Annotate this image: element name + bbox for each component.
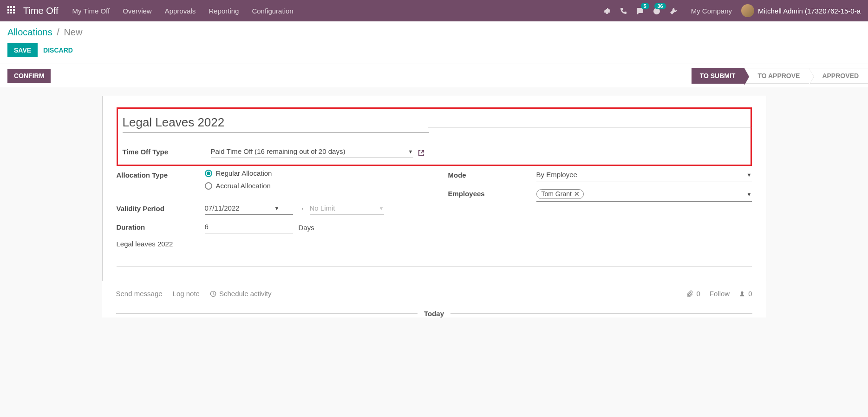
confirm-button[interactable]: Confirm: [7, 69, 51, 83]
label-allocation-type: Allocation Type: [117, 169, 205, 179]
employee-tag: Tom Grant ✕: [536, 189, 584, 199]
top-navbar: Time Off My Time Off Overview Approvals …: [0, 0, 868, 21]
highlight-box: Time Off Type Paid Time Off (16 remainin…: [117, 107, 752, 166]
messages-icon[interactable]: 5: [636, 7, 644, 15]
remove-tag-icon[interactable]: ✕: [574, 190, 580, 198]
debug-icon[interactable]: [603, 7, 611, 15]
attachments-button[interactable]: 0: [687, 290, 700, 298]
user-avatar[interactable]: [741, 4, 754, 17]
activities-icon[interactable]: 36: [653, 7, 660, 15]
nav-configuration[interactable]: Configuration: [252, 7, 293, 15]
status-bar: Confirm To Submit To Approve Approved: [0, 64, 868, 87]
caret-down-icon[interactable]: ▼: [747, 192, 752, 197]
activities-badge: 36: [654, 3, 666, 9]
log-note-button[interactable]: Log note: [173, 290, 200, 298]
discard-button[interactable]: Discard: [43, 43, 73, 57]
nav-overview[interactable]: Overview: [123, 7, 152, 15]
radio-accrual-allocation[interactable]: Accrual Allocation: [205, 182, 420, 190]
followers-button[interactable]: 0: [739, 290, 752, 298]
nav-approvals[interactable]: Approvals: [165, 7, 196, 15]
nav-my-time-off[interactable]: My Time Off: [72, 7, 110, 15]
caret-down-icon[interactable]: ▼: [274, 205, 280, 211]
status-to-approve[interactable]: To Approve: [744, 68, 809, 84]
employees-tag-input[interactable]: Tom Grant ✕ ▼: [536, 188, 752, 202]
follow-button[interactable]: Follow: [710, 290, 730, 298]
radio-regular-allocation[interactable]: Regular Allocation: [205, 169, 420, 177]
breadcrumb-parent[interactable]: Allocations: [7, 27, 52, 37]
caret-down-icon: ▼: [747, 172, 752, 178]
user-menu[interactable]: Mitchell Admin (17320762-15-0-a: [758, 7, 861, 15]
today-divider: Today: [116, 310, 752, 318]
external-link-icon[interactable]: [418, 148, 424, 156]
caret-down-icon: ▼: [379, 205, 384, 211]
control-panel: Allocations / New Save Discard: [0, 21, 868, 64]
radio-checked-icon: [205, 170, 212, 177]
nav-reporting[interactable]: Reporting: [209, 7, 239, 15]
company-switcher[interactable]: My Company: [691, 7, 732, 15]
label-employees: Employees: [448, 188, 536, 198]
label-mode: Mode: [448, 169, 536, 179]
arrow-right-icon: →: [298, 205, 305, 213]
chatter: Send message Log note Schedule activity …: [102, 281, 766, 318]
app-brand[interactable]: Time Off: [23, 6, 59, 16]
radio-unchecked-icon: [205, 182, 212, 190]
breadcrumb-current: New: [64, 27, 82, 37]
messages-badge: 5: [641, 3, 649, 9]
label-duration: Duration: [117, 221, 205, 231]
duration-input[interactable]: [205, 221, 293, 233]
caret-down-icon: ▼: [408, 149, 413, 154]
label-time-off-type: Time Off Type: [123, 146, 211, 156]
phone-icon[interactable]: [620, 7, 627, 15]
status-steps: To Submit To Approve Approved: [692, 68, 868, 84]
tools-icon[interactable]: [670, 7, 677, 15]
save-button[interactable]: Save: [7, 43, 38, 57]
allocation-note: Legal leaves 2022: [117, 240, 420, 248]
validity-start-input[interactable]: [205, 204, 274, 212]
apps-menu-icon[interactable]: [7, 6, 17, 15]
allocation-title-input[interactable]: [123, 113, 429, 133]
time-off-type-select[interactable]: Paid Time Off (16 remaining out of 20 da…: [211, 146, 413, 158]
label-validity-period: Validity Period: [117, 203, 205, 212]
schedule-activity-button[interactable]: Schedule activity: [210, 290, 272, 298]
mode-select[interactable]: By Employee ▼: [536, 169, 752, 181]
status-to-submit[interactable]: To Submit: [692, 68, 745, 84]
status-approved[interactable]: Approved: [809, 68, 868, 84]
breadcrumb: Allocations / New: [7, 27, 861, 38]
send-message-button[interactable]: Send message: [116, 290, 163, 298]
form-sheet: Time Off Type Paid Time Off (16 remainin…: [102, 96, 766, 281]
validity-end-input[interactable]: No Limit ▼: [310, 203, 384, 215]
duration-unit: Days: [299, 224, 314, 232]
